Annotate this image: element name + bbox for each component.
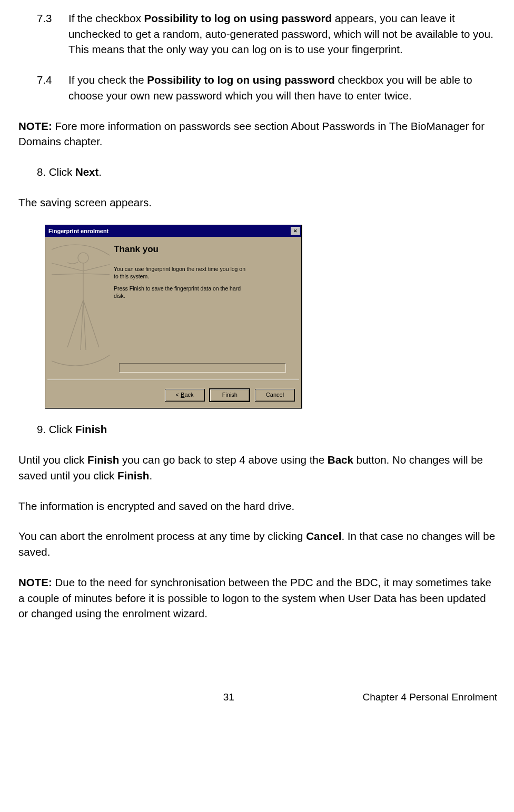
svg-line-4 — [83, 263, 110, 271]
dialog-titlebar: Fingerprint enrolment ✕ — [45, 225, 301, 237]
bold-term: Possibility to log on using password — [144, 12, 332, 24]
bold-term: Finish — [75, 423, 107, 435]
text: Until you click — [18, 454, 87, 466]
bold-term: Possibility to log on using password — [147, 74, 335, 86]
fingerprint-enrolment-dialog: Fingerprint enrolment ✕ — [45, 225, 302, 408]
svg-line-3 — [52, 263, 83, 271]
close-icon[interactable]: ✕ — [291, 227, 300, 235]
step-8: 8. Click Next. — [37, 164, 498, 180]
para-until-finish: Until you click Finish you can go back t… — [18, 452, 498, 483]
text: 8. Click — [37, 166, 75, 178]
text: 9. Click — [37, 423, 75, 435]
note-text: Due to the need for synchronisation betw… — [18, 576, 491, 619]
note-label: NOTE: — [18, 120, 52, 132]
text: If the checkbox — [68, 12, 144, 24]
text: . — [149, 469, 152, 482]
progress-bar — [119, 363, 286, 373]
note-passwords: NOTE: Fore more information on passwords… — [18, 118, 498, 149]
svg-line-5 — [52, 274, 83, 275]
step-9: 9. Click Finish — [37, 422, 498, 437]
para-encrypted: The information is encrypted and saved o… — [18, 498, 498, 514]
back-button[interactable]: < Back — [165, 389, 205, 402]
step-7-4: 7.4 If you check the Possibility to log … — [37, 72, 498, 103]
dialog-button-row: < Back Finish Cancel — [45, 380, 301, 408]
bold-term: Back — [328, 454, 353, 466]
step-7-3: 7.3 If the checkbox Possibility to log o… — [37, 11, 498, 57]
bold-term: Next — [75, 166, 98, 178]
text: you can go back to step 4 above using th… — [119, 454, 327, 466]
page-footer: 31 Chapter 4 Personal Enrolment — [18, 690, 498, 705]
cancel-button[interactable]: Cancel — [255, 389, 295, 402]
chapter-title: Chapter 4 Personal Enrolment — [298, 690, 498, 705]
svg-line-6 — [83, 274, 110, 275]
dialog-text-2: Press Finish to save the fingerprint dat… — [114, 285, 251, 299]
text: If you check the — [68, 74, 147, 86]
step-body: If you check the Possibility to log on u… — [68, 72, 498, 103]
bold-term: Finish — [117, 469, 149, 482]
finish-button[interactable]: Finish — [210, 389, 250, 402]
step-number: 7.3 — [37, 11, 68, 57]
dialog-body: Thank you You can use fingerprint logon … — [45, 237, 301, 379]
page-number: 31 — [18, 690, 298, 705]
saving-screen-line: The saving screen appears. — [18, 195, 498, 210]
dialog-heading: Thank you — [114, 243, 295, 256]
bold-term: Cancel — [306, 530, 341, 542]
dialog-text-1: You can use fingerprint logon the next t… — [114, 266, 251, 280]
vitruvian-icon — [52, 242, 110, 376]
step-body: If the checkbox Possibility to log on us… — [68, 11, 498, 57]
text: You can abort the enrolment process at a… — [18, 530, 306, 542]
text: . — [98, 166, 102, 178]
dialog-title: Fingerprint enrolment — [47, 227, 108, 236]
para-cancel: You can abort the enrolment process at a… — [18, 528, 498, 559]
note-sync: NOTE: Due to the need for synchronisatio… — [18, 575, 498, 621]
step-number: 7.4 — [37, 72, 68, 103]
note-label: NOTE: — [18, 576, 52, 588]
dialog-screenshot: Fingerprint enrolment ✕ — [45, 225, 498, 408]
svg-point-1 — [78, 253, 88, 263]
dialog-content: Thank you You can use fingerprint logon … — [110, 242, 295, 376]
bold-term: Finish — [87, 454, 119, 466]
note-text: Fore more information on passwords see s… — [18, 120, 485, 148]
